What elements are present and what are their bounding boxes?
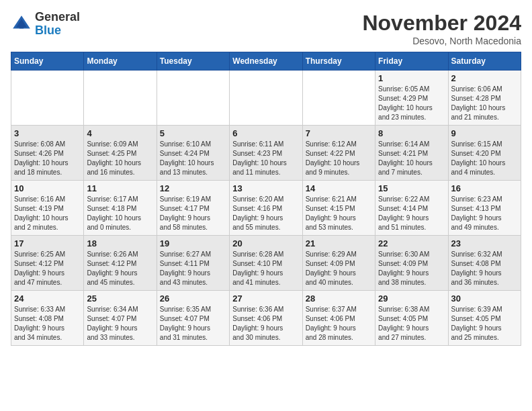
day-info: Sunrise: 6:37 AM Sunset: 4:06 PM Dayligh…: [306, 305, 372, 342]
day-number: 23: [451, 238, 518, 248]
day-info: Sunrise: 6:38 AM Sunset: 4:05 PM Dayligh…: [378, 305, 445, 342]
calendar-cell: 20Sunrise: 6:28 AM Sunset: 4:10 PM Dayli…: [230, 236, 302, 291]
calendar-cell: [157, 71, 229, 126]
svg-rect-2: [19, 25, 24, 28]
day-info: Sunrise: 6:11 AM Sunset: 4:23 PM Dayligh…: [232, 140, 299, 177]
day-info: Sunrise: 6:35 AM Sunset: 4:07 PM Dayligh…: [160, 305, 226, 342]
calendar-cell: 19Sunrise: 6:27 AM Sunset: 4:11 PM Dayli…: [157, 236, 229, 291]
calendar-cell: 10Sunrise: 6:16 AM Sunset: 4:19 PM Dayli…: [11, 181, 84, 236]
day-number: 17: [14, 238, 81, 248]
calendar-cell: 12Sunrise: 6:19 AM Sunset: 4:17 PM Dayli…: [157, 181, 229, 236]
day-info: Sunrise: 6:05 AM Sunset: 4:29 PM Dayligh…: [378, 85, 445, 122]
calendar-header: SundayMondayTuesdayWednesdayThursdayFrid…: [11, 52, 521, 71]
calendar-cell: 9Sunrise: 6:15 AM Sunset: 4:20 PM Daylig…: [448, 126, 521, 181]
day-info: Sunrise: 6:32 AM Sunset: 4:08 PM Dayligh…: [451, 250, 518, 287]
day-number: 6: [232, 128, 299, 138]
calendar-cell: 14Sunrise: 6:21 AM Sunset: 4:15 PM Dayli…: [302, 181, 375, 236]
title-block: November 2024 Desovo, North Macedonia: [362, 11, 521, 46]
calendar-week-row: 24Sunrise: 6:33 AM Sunset: 4:08 PM Dayli…: [11, 291, 521, 346]
calendar-cell: 5Sunrise: 6:10 AM Sunset: 4:24 PM Daylig…: [157, 126, 229, 181]
calendar-cell: 2Sunrise: 6:06 AM Sunset: 4:28 PM Daylig…: [448, 71, 521, 126]
weekday-header-monday: Monday: [84, 52, 157, 71]
location-subtitle: Desovo, North Macedonia: [362, 36, 521, 46]
calendar-cell: 25Sunrise: 6:34 AM Sunset: 4:07 PM Dayli…: [84, 291, 157, 346]
day-number: 10: [14, 183, 81, 193]
weekday-header-thursday: Thursday: [302, 52, 375, 71]
day-info: Sunrise: 6:12 AM Sunset: 4:22 PM Dayligh…: [306, 140, 372, 177]
month-year-title: November 2024: [362, 11, 521, 36]
calendar-week-row: 17Sunrise: 6:25 AM Sunset: 4:12 PM Dayli…: [11, 236, 521, 291]
calendar-table: SundayMondayTuesdayWednesdayThursdayFrid…: [11, 52, 521, 346]
day-info: Sunrise: 6:36 AM Sunset: 4:06 PM Dayligh…: [232, 305, 299, 342]
logo-icon: [11, 13, 32, 35]
day-info: Sunrise: 6:21 AM Sunset: 4:15 PM Dayligh…: [306, 195, 372, 232]
day-number: 5: [160, 128, 226, 138]
day-info: Sunrise: 6:09 AM Sunset: 4:25 PM Dayligh…: [87, 140, 153, 177]
weekday-header-row: SundayMondayTuesdayWednesdayThursdayFrid…: [11, 52, 521, 71]
day-info: Sunrise: 6:25 AM Sunset: 4:12 PM Dayligh…: [14, 250, 81, 287]
day-info: Sunrise: 6:30 AM Sunset: 4:09 PM Dayligh…: [378, 250, 445, 287]
day-info: Sunrise: 6:20 AM Sunset: 4:16 PM Dayligh…: [232, 195, 299, 232]
day-info: Sunrise: 6:26 AM Sunset: 4:12 PM Dayligh…: [87, 250, 153, 287]
calendar-cell: 6Sunrise: 6:11 AM Sunset: 4:23 PM Daylig…: [230, 126, 302, 181]
day-number: 11: [87, 183, 153, 193]
day-number: 12: [160, 183, 226, 193]
calendar-cell: 4Sunrise: 6:09 AM Sunset: 4:25 PM Daylig…: [84, 126, 157, 181]
weekday-header-friday: Friday: [375, 52, 448, 71]
day-number: 25: [87, 293, 153, 304]
day-info: Sunrise: 6:10 AM Sunset: 4:24 PM Dayligh…: [160, 140, 226, 177]
calendar-week-row: 3Sunrise: 6:08 AM Sunset: 4:26 PM Daylig…: [11, 126, 521, 181]
calendar-cell: 15Sunrise: 6:22 AM Sunset: 4:14 PM Dayli…: [375, 181, 448, 236]
calendar-cell: 18Sunrise: 6:26 AM Sunset: 4:12 PM Dayli…: [84, 236, 157, 291]
day-number: 28: [306, 293, 372, 304]
calendar-cell: 7Sunrise: 6:12 AM Sunset: 4:22 PM Daylig…: [302, 126, 375, 181]
day-info: Sunrise: 6:16 AM Sunset: 4:19 PM Dayligh…: [14, 195, 81, 232]
day-info: Sunrise: 6:08 AM Sunset: 4:26 PM Dayligh…: [14, 140, 81, 177]
calendar-cell: 23Sunrise: 6:32 AM Sunset: 4:08 PM Dayli…: [448, 236, 521, 291]
calendar-week-row: 1Sunrise: 6:05 AM Sunset: 4:29 PM Daylig…: [11, 71, 521, 126]
day-info: Sunrise: 6:06 AM Sunset: 4:28 PM Dayligh…: [451, 85, 518, 122]
day-number: 1: [378, 73, 445, 83]
day-number: 8: [378, 128, 445, 138]
calendar-cell: [302, 71, 375, 126]
day-info: Sunrise: 6:22 AM Sunset: 4:14 PM Dayligh…: [378, 195, 445, 232]
day-info: Sunrise: 6:15 AM Sunset: 4:20 PM Dayligh…: [451, 140, 518, 177]
calendar-cell: 29Sunrise: 6:38 AM Sunset: 4:05 PM Dayli…: [375, 291, 448, 346]
calendar-cell: 26Sunrise: 6:35 AM Sunset: 4:07 PM Dayli…: [157, 291, 229, 346]
day-number: 4: [87, 128, 153, 138]
day-info: Sunrise: 6:28 AM Sunset: 4:10 PM Dayligh…: [232, 250, 299, 287]
calendar-cell: 11Sunrise: 6:17 AM Sunset: 4:18 PM Dayli…: [84, 181, 157, 236]
calendar-cell: 30Sunrise: 6:39 AM Sunset: 4:05 PM Dayli…: [448, 291, 521, 346]
calendar-week-row: 10Sunrise: 6:16 AM Sunset: 4:19 PM Dayli…: [11, 181, 521, 236]
calendar-cell: 17Sunrise: 6:25 AM Sunset: 4:12 PM Dayli…: [11, 236, 84, 291]
calendar-cell: [84, 71, 157, 126]
calendar-cell: 16Sunrise: 6:23 AM Sunset: 4:13 PM Dayli…: [448, 181, 521, 236]
logo-text: General Blue: [35, 11, 80, 38]
day-info: Sunrise: 6:29 AM Sunset: 4:09 PM Dayligh…: [306, 250, 372, 287]
day-number: 14: [306, 183, 372, 193]
page-header: General Blue November 2024 Desovo, North…: [11, 11, 521, 46]
calendar-cell: 1Sunrise: 6:05 AM Sunset: 4:29 PM Daylig…: [375, 71, 448, 126]
logo: General Blue: [11, 11, 80, 38]
weekday-header-saturday: Saturday: [448, 52, 521, 71]
day-number: 13: [232, 183, 299, 193]
weekday-header-sunday: Sunday: [11, 52, 84, 71]
calendar-cell: [11, 71, 84, 126]
day-number: 3: [14, 128, 81, 138]
day-number: 21: [306, 238, 372, 248]
day-info: Sunrise: 6:14 AM Sunset: 4:21 PM Dayligh…: [378, 140, 445, 177]
day-number: 27: [232, 293, 299, 304]
day-number: 9: [451, 128, 518, 138]
day-number: 16: [451, 183, 518, 193]
day-info: Sunrise: 6:27 AM Sunset: 4:11 PM Dayligh…: [160, 250, 226, 287]
day-number: 18: [87, 238, 153, 248]
day-number: 30: [451, 293, 518, 304]
calendar-cell: 27Sunrise: 6:36 AM Sunset: 4:06 PM Dayli…: [230, 291, 302, 346]
calendar-cell: 28Sunrise: 6:37 AM Sunset: 4:06 PM Dayli…: [302, 291, 375, 346]
calendar-cell: 3Sunrise: 6:08 AM Sunset: 4:26 PM Daylig…: [11, 126, 84, 181]
day-number: 20: [232, 238, 299, 248]
calendar-cell: 8Sunrise: 6:14 AM Sunset: 4:21 PM Daylig…: [375, 126, 448, 181]
calendar-cell: 22Sunrise: 6:30 AM Sunset: 4:09 PM Dayli…: [375, 236, 448, 291]
day-number: 29: [378, 293, 445, 304]
calendar-cell: 13Sunrise: 6:20 AM Sunset: 4:16 PM Dayli…: [230, 181, 302, 236]
